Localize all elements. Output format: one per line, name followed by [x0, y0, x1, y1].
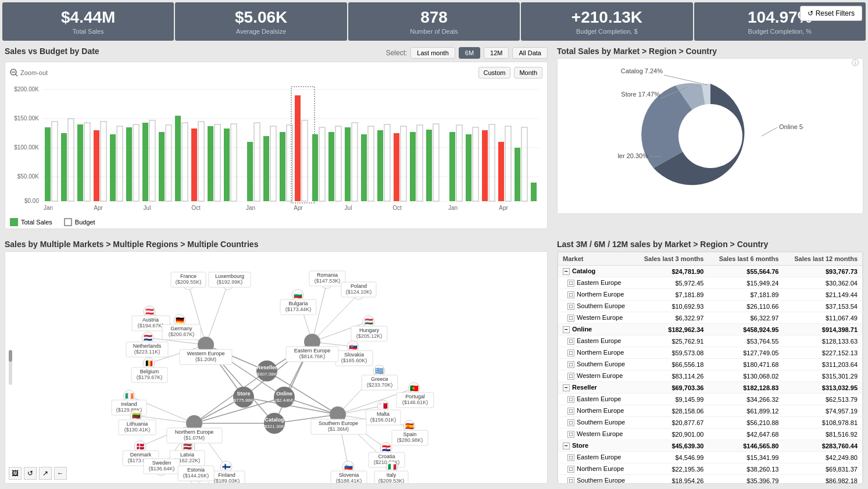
6m-btn[interactable]: 6M	[459, 47, 480, 59]
svg-text:($146.61K): ($146.61K)	[402, 399, 428, 405]
custom-btn[interactable]: Custom	[478, 67, 511, 78]
svg-text:Finland: Finland	[218, 472, 235, 478]
bar	[263, 136, 269, 201]
svg-text:($130.41K): ($130.41K)	[124, 427, 151, 433]
all-data-btn[interactable]: All Data	[512, 47, 548, 59]
sub-icon: □	[567, 280, 574, 287]
svg-text:Online 54.99%: Online 54.99%	[779, 123, 803, 130]
expand-icon[interactable]: −	[563, 384, 570, 391]
sub-icon: □	[567, 349, 574, 356]
bar	[515, 148, 520, 201]
svg-text:Online: Online	[276, 391, 292, 397]
svg-text:🇳🇱: 🇳🇱	[144, 333, 152, 342]
svg-text:🇸🇰: 🇸🇰	[349, 342, 358, 351]
svg-text:$200.00K: $200.00K	[14, 86, 39, 92]
svg-text:($136.64K): ($136.64K)	[149, 466, 175, 472]
svg-text:Latvia: Latvia	[180, 452, 194, 458]
svg-text:($814.76K): ($814.76K)	[299, 354, 326, 359]
bar	[417, 125, 423, 201]
sub-icon: □	[567, 303, 574, 310]
map-reset-btn[interactable]: ↺	[24, 467, 37, 480]
donut-chart-container: ⓘ	[557, 58, 863, 214]
bar	[466, 134, 471, 201]
svg-text:2023: 2023	[492, 214, 505, 215]
zoom-out-icon	[10, 69, 18, 77]
svg-text:($209.53K): ($209.53K)	[378, 478, 405, 484]
bar	[384, 124, 390, 201]
table-container[interactable]: Market Sales last 3 months Sales last 6 …	[557, 251, 863, 484]
svg-text:$0.00: $0.00	[24, 198, 39, 204]
svg-line-1	[15, 74, 17, 76]
svg-text:($156.01K): ($156.01K)	[370, 417, 397, 423]
expand-icon[interactable]: −	[563, 326, 570, 333]
sub-icon: □	[567, 291, 574, 298]
svg-point-224	[274, 387, 295, 408]
zoom-out-btn[interactable]: Zoom-out	[10, 69, 48, 77]
reset-filters-button[interactable]: ↺ Reset Filters	[800, 6, 862, 21]
bar	[531, 183, 537, 201]
svg-text:France: France	[180, 273, 197, 279]
svg-text:($173.44K): ($173.44K)	[285, 306, 312, 312]
svg-text:Store: Store	[237, 391, 250, 397]
kpi-avg-dealsize: $5.06K Average Dealsize	[175, 2, 347, 41]
market-row: −Reseller$69,703.36$182,128.83$313,032.9…	[558, 382, 863, 394]
svg-text:Netherlands: Netherlands	[133, 343, 162, 349]
svg-text:($233.70K): ($233.70K)	[367, 382, 393, 388]
market-row: −Catalog$24,781.90$55,564.76$93,767.73	[558, 266, 863, 277]
svg-text:🇭🇺: 🇭🇺	[365, 317, 373, 326]
svg-text:Germany: Germany	[170, 326, 192, 331]
bar	[45, 127, 51, 201]
bar	[126, 127, 132, 201]
svg-text:🇮🇪: 🇮🇪	[125, 391, 134, 400]
svg-text:Portugal: Portugal	[405, 394, 425, 399]
svg-text:Reseller: Reseller	[256, 365, 277, 370]
svg-text:Romania: Romania	[317, 272, 338, 278]
bar	[482, 130, 488, 201]
legend-total-sales-label: Total Sales	[21, 219, 52, 226]
svg-text:Southern Europe: Southern Europe	[319, 420, 358, 426]
bar	[521, 127, 527, 201]
bar	[68, 119, 74, 201]
bar	[498, 142, 504, 201]
svg-text:Apr: Apr	[294, 205, 303, 211]
expand-icon[interactable]: −	[563, 442, 570, 449]
bar	[175, 116, 181, 201]
svg-text:Greece: Greece	[371, 376, 388, 382]
map-svg: 🇦🇹 Austria ($194.67K) 🇫🇷 France ($209.55…	[5, 252, 546, 484]
bar	[361, 134, 367, 201]
map-back-btn[interactable]: ←	[54, 467, 67, 480]
last-month-btn[interactable]: Last month	[410, 47, 455, 59]
kpi-total-sales: $4.44M Total Sales	[2, 2, 174, 41]
svg-text:🇦🇹: 🇦🇹	[145, 307, 154, 316]
kpi-avg-dealsize-value: $5.06K	[184, 8, 338, 27]
svg-text:🇩🇪: 🇩🇪	[176, 316, 184, 324]
sub-icon: □	[567, 315, 574, 322]
map-image-btn[interactable]: 🖼	[9, 467, 22, 480]
sub-row: □Northern Europe$59,573.08$127,749.05$22…	[558, 347, 863, 359]
sub-row: □Southern Europe$18,954.26$35,396.79$86,…	[558, 475, 863, 484]
bar	[433, 124, 439, 201]
kpi-total-sales-label: Total Sales	[11, 28, 165, 35]
svg-text:Sweden: Sweden	[152, 460, 172, 466]
svg-text:Jul: Jul	[345, 205, 352, 211]
svg-text:($192.99K): ($192.99K)	[217, 279, 243, 285]
svg-point-27	[678, 104, 742, 168]
svg-text:2021: 2021	[133, 214, 146, 215]
svg-point-227	[264, 413, 285, 434]
bar	[449, 132, 455, 201]
svg-text:2022: 2022	[335, 214, 348, 215]
expand-icon[interactable]: −	[563, 268, 570, 275]
chart-legend: Total Sales Budget	[10, 218, 542, 226]
bar	[280, 132, 285, 201]
12m-btn[interactable]: 12M	[484, 47, 509, 59]
svg-text:Jan: Jan	[448, 205, 458, 211]
svg-text:Bulgaria: Bulgaria	[288, 301, 308, 306]
month-btn[interactable]: Month	[514, 67, 542, 78]
chart-title: Sales vs Budget by Date	[5, 47, 99, 56]
map-share-btn[interactable]: ↗	[39, 467, 52, 480]
svg-point-221	[233, 387, 254, 408]
svg-line-38	[206, 284, 228, 345]
bar	[368, 126, 374, 201]
svg-text:Jan: Jan	[246, 205, 255, 211]
left-panel: Sales vs Budget by Date Select: Last mon…	[0, 43, 552, 236]
